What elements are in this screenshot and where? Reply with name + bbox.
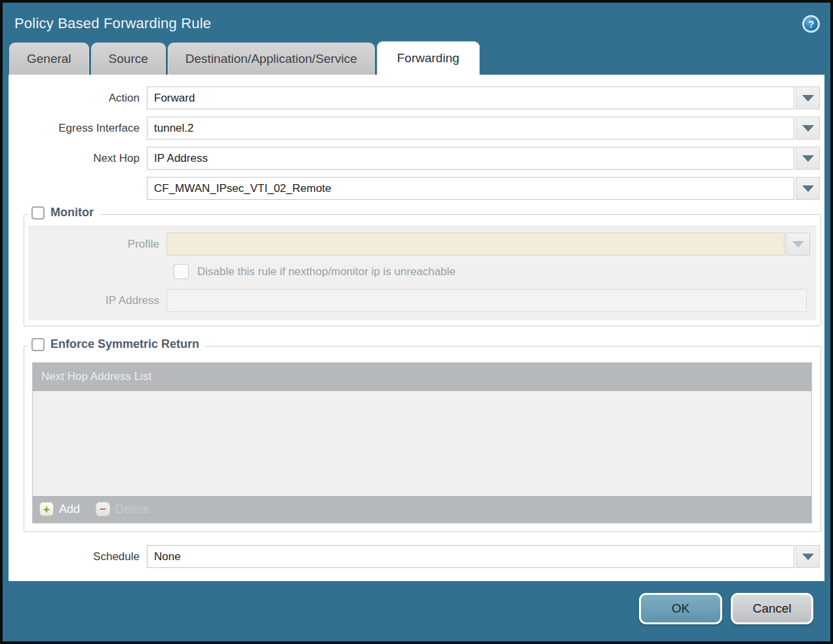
next-hop-address-row: CF_MWAN_IPsec_VTI_02_Remote xyxy=(9,177,820,200)
egress-interface-label: Egress Interface xyxy=(9,122,147,135)
pbf-rule-dialog: Policy Based Forwarding Rule ? General S… xyxy=(0,0,833,644)
tab-source[interactable]: Source xyxy=(91,43,166,75)
egress-interface-row: Egress Interface tunnel.2 xyxy=(9,117,820,140)
action-select[interactable]: Forward xyxy=(147,86,794,109)
tab-general[interactable]: General xyxy=(9,43,89,75)
monitor-disable-rule-row: Disable this rule if nexthop/monitor ip … xyxy=(174,264,811,279)
egress-interface-dropdown-button[interactable] xyxy=(796,117,820,140)
cancel-button[interactable]: Cancel xyxy=(731,593,813,624)
next-hop-address-dropdown-button[interactable] xyxy=(796,177,820,200)
tab-destination-application-service[interactable]: Destination/Application/Service xyxy=(168,43,375,75)
monitor-ip-label: IP Address xyxy=(28,294,166,307)
action-dropdown-button[interactable] xyxy=(796,86,820,109)
monitor-ip-row: IP Address xyxy=(28,289,810,312)
add-button-label: Add xyxy=(59,502,80,516)
next-hop-address-select[interactable]: CF_MWAN_IPsec_VTI_02_Remote xyxy=(147,177,794,200)
tab-bar: General Source Destination/Application/S… xyxy=(3,41,830,75)
next-hop-type-dropdown-button[interactable] xyxy=(796,147,820,170)
next-hop-address-list-body[interactable] xyxy=(33,391,811,496)
monitor-section: Monitor Profile Disable this rule if nex… xyxy=(24,214,821,326)
monitor-panel: Profile Disable this rule if nexthop/mon… xyxy=(28,225,817,320)
tab-forwarding[interactable]: Forwarding xyxy=(377,41,480,75)
delete-button-label: Delete xyxy=(115,502,149,516)
delete-button: − Delete xyxy=(96,502,149,516)
chevron-down-icon xyxy=(802,554,814,560)
monitor-ip-input xyxy=(166,289,807,312)
chevron-down-icon xyxy=(802,185,814,192)
add-button[interactable]: + Add xyxy=(39,502,80,516)
monitor-checkbox[interactable] xyxy=(31,206,45,219)
monitor-title: Monitor xyxy=(50,206,94,219)
schedule-dropdown-button[interactable] xyxy=(796,545,820,568)
monitor-legend: Monitor xyxy=(28,206,100,219)
monitor-profile-label: Profile xyxy=(28,238,166,251)
next-hop-address-list-toolbar: + Add − Delete xyxy=(33,496,811,523)
ok-button[interactable]: OK xyxy=(639,593,722,624)
help-icon[interactable]: ? xyxy=(802,15,820,33)
disable-rule-label: Disable this rule if nexthop/monitor ip … xyxy=(197,265,455,278)
next-hop-type-select[interactable]: IP Address xyxy=(147,147,794,170)
next-hop-address-list-header[interactable]: Next Hop Address List xyxy=(33,363,811,391)
plus-icon: + xyxy=(39,502,54,516)
chevron-down-icon xyxy=(802,155,814,162)
enforce-symmetric-return-section: Enforce Symmetric Return Next Hop Addres… xyxy=(24,346,821,532)
chevron-down-icon xyxy=(802,95,814,102)
disable-rule-checkbox xyxy=(174,264,189,279)
next-hop-label: Next Hop xyxy=(9,152,147,165)
action-label: Action xyxy=(9,92,147,105)
schedule-select[interactable]: None xyxy=(147,545,794,568)
title-bar: Policy Based Forwarding Rule ? xyxy=(3,3,830,41)
enforce-symmetric-return-title: Enforce Symmetric Return xyxy=(50,337,199,351)
minus-icon: − xyxy=(96,502,110,516)
forwarding-tab-panel: Action Forward Egress Interface tunnel.2… xyxy=(9,75,824,581)
next-hop-row: Next Hop IP Address xyxy=(9,147,820,170)
next-hop-address-list-table: Next Hop Address List + Add − Delete xyxy=(32,362,812,523)
schedule-label: Schedule xyxy=(9,550,147,563)
enforce-symmetric-return-checkbox[interactable] xyxy=(31,338,45,351)
chevron-down-icon xyxy=(802,125,814,132)
monitor-profile-row: Profile xyxy=(28,233,810,256)
chevron-down-icon xyxy=(792,241,804,248)
dialog-footer: OK Cancel xyxy=(3,581,830,641)
egress-interface-select[interactable]: tunnel.2 xyxy=(147,117,794,140)
schedule-row: Schedule None xyxy=(9,545,820,568)
action-row: Action Forward xyxy=(9,86,820,109)
monitor-profile-select xyxy=(166,233,785,256)
enforce-symmetric-return-legend: Enforce Symmetric Return xyxy=(28,337,205,351)
monitor-profile-dropdown-button xyxy=(786,233,810,256)
dialog-title: Policy Based Forwarding Rule xyxy=(14,15,211,32)
